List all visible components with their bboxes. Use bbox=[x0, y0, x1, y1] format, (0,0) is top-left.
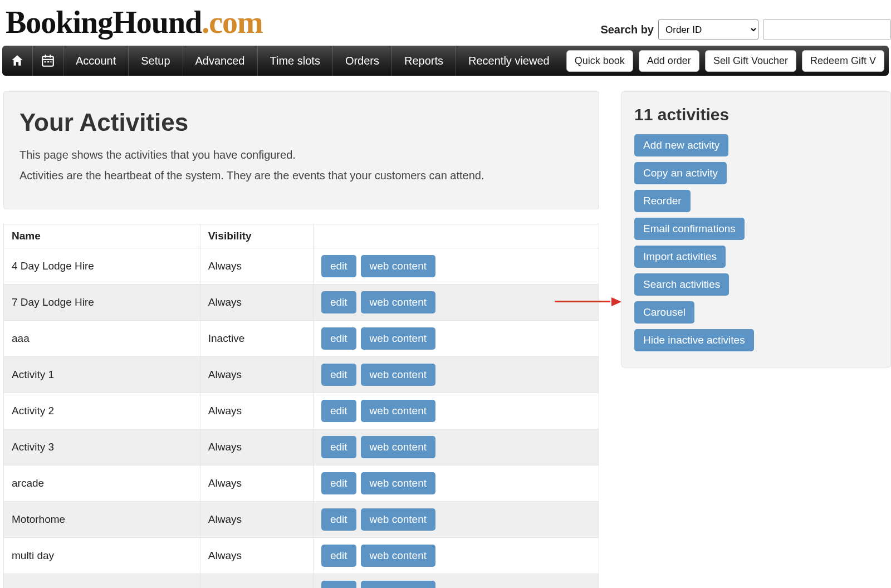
cell-visibility: Inactive bbox=[200, 321, 313, 357]
web-content-button[interactable]: web content bbox=[361, 255, 435, 277]
carousel-button[interactable]: Carousel bbox=[634, 301, 694, 324]
web-content-button[interactable]: web content bbox=[361, 327, 435, 350]
hide-inactive-button[interactable]: Hide inactive activites bbox=[634, 329, 754, 351]
search-bar: Search by Order ID bbox=[600, 19, 891, 40]
cell-actions: editweb content bbox=[313, 502, 599, 538]
cell-visibility: Always bbox=[200, 538, 313, 574]
search-input[interactable] bbox=[763, 19, 891, 40]
table-row: Activity 2Alwayseditweb content bbox=[4, 393, 599, 429]
cell-actions: editweb content bbox=[313, 248, 599, 285]
page-desc-2: Activities are the heartbeat of the syst… bbox=[19, 169, 583, 182]
edit-button[interactable]: edit bbox=[321, 436, 356, 458]
edit-button[interactable]: edit bbox=[321, 400, 356, 422]
cell-visibility: Inactive bbox=[200, 574, 313, 589]
edit-button[interactable]: edit bbox=[321, 255, 356, 277]
web-content-button[interactable]: web content bbox=[361, 508, 435, 531]
table-row: MotorhomeAlwayseditweb content bbox=[4, 502, 599, 538]
search-label: Search by bbox=[600, 23, 654, 36]
col-visibility: Visibility bbox=[200, 224, 313, 248]
svg-rect-0 bbox=[42, 56, 53, 66]
search-by-select[interactable]: Order ID bbox=[658, 19, 758, 40]
logo-brand: BookingHound bbox=[6, 5, 202, 40]
activities-panel: Your Activities This page shows the acti… bbox=[3, 91, 599, 209]
table-row: Activity 1Alwayseditweb content bbox=[4, 357, 599, 393]
svg-rect-3 bbox=[50, 55, 51, 57]
nav-orders[interactable]: Orders bbox=[333, 46, 392, 76]
add-order-button[interactable]: Add order bbox=[639, 50, 699, 72]
sidebar-title: 11 activities bbox=[634, 105, 878, 124]
nav-account[interactable]: Account bbox=[63, 46, 129, 76]
cell-visibility: Always bbox=[200, 285, 313, 321]
edit-button[interactable]: edit bbox=[321, 291, 356, 313]
web-content-button[interactable]: web content bbox=[361, 436, 435, 458]
svg-rect-6 bbox=[50, 61, 51, 62]
redeem-gift-voucher-button[interactable]: Redeem Gift V bbox=[802, 50, 884, 72]
cell-actions: editweb content bbox=[313, 393, 599, 429]
cell-actions: editweb content bbox=[313, 357, 599, 393]
nav-advanced[interactable]: Advanced bbox=[183, 46, 258, 76]
copy-activity-button[interactable]: Copy an activity bbox=[634, 162, 727, 184]
main-nav: Account Setup Advanced Time slots Orders… bbox=[2, 46, 889, 76]
cell-name: Motorhome bbox=[4, 502, 200, 538]
edit-button[interactable]: edit bbox=[321, 327, 356, 350]
table-row: aaaInactiveeditweb content bbox=[4, 321, 599, 357]
nav-setup[interactable]: Setup bbox=[129, 46, 183, 76]
cell-actions: editweb content bbox=[313, 574, 599, 589]
nav-recently-viewed[interactable]: Recently viewed bbox=[456, 46, 562, 76]
search-activities-button[interactable]: Search activities bbox=[634, 273, 729, 296]
cell-visibility: Always bbox=[200, 502, 313, 538]
quick-book-button[interactable]: Quick book bbox=[566, 50, 633, 72]
table-row: multi dayAlwayseditweb content bbox=[4, 538, 599, 574]
home-icon[interactable] bbox=[2, 46, 33, 76]
cell-actions: editweb content bbox=[313, 429, 599, 465]
add-new-activity-button[interactable]: Add new activity bbox=[634, 134, 728, 156]
logo: BookingHound.com bbox=[6, 4, 263, 40]
calendar-icon[interactable] bbox=[33, 46, 63, 76]
cell-name: multi day bbox=[4, 538, 200, 574]
edit-button[interactable]: edit bbox=[321, 472, 356, 494]
cell-actions: editweb content bbox=[313, 465, 599, 502]
table-row: arcadeAlwayseditweb content bbox=[4, 465, 599, 502]
edit-button[interactable]: edit bbox=[321, 364, 356, 386]
page-title: Your Activities bbox=[19, 109, 583, 136]
sell-gift-voucher-button[interactable]: Sell Gift Voucher bbox=[705, 50, 796, 72]
cell-actions: editweb content bbox=[313, 285, 599, 321]
cell-name: Activity 1 bbox=[4, 357, 200, 393]
cell-visibility: Always bbox=[200, 429, 313, 465]
web-content-button[interactable]: web content bbox=[361, 400, 435, 422]
edit-button[interactable]: edit bbox=[321, 545, 356, 567]
cell-name: 4 Day Lodge Hire bbox=[4, 248, 200, 285]
cell-name: 7 Day Lodge Hire bbox=[4, 285, 200, 321]
activities-table: Name Visibility 4 Day Lodge HireAlwaysed… bbox=[3, 224, 599, 588]
cell-name: multi day2 bbox=[4, 574, 200, 589]
web-content-button[interactable]: web content bbox=[361, 364, 435, 386]
col-name: Name bbox=[4, 224, 200, 248]
table-row: Activity 3Alwayseditweb content bbox=[4, 429, 599, 465]
cell-visibility: Always bbox=[200, 248, 313, 285]
svg-rect-4 bbox=[45, 61, 46, 62]
reorder-button[interactable]: Reorder bbox=[634, 190, 691, 212]
nav-time-slots[interactable]: Time slots bbox=[258, 46, 333, 76]
cell-visibility: Always bbox=[200, 357, 313, 393]
web-content-button[interactable]: web content bbox=[361, 472, 435, 494]
cell-actions: editweb content bbox=[313, 321, 599, 357]
svg-rect-2 bbox=[45, 55, 46, 57]
table-row: 4 Day Lodge HireAlwayseditweb content bbox=[4, 248, 599, 285]
sidebar-panel: 11 activities Add new activityCopy an ac… bbox=[621, 91, 891, 367]
table-row: 7 Day Lodge HireAlwayseditweb content bbox=[4, 285, 599, 321]
nav-reports[interactable]: Reports bbox=[392, 46, 456, 76]
page-desc-1: This page shows the activities that you … bbox=[19, 149, 583, 161]
web-content-button[interactable]: web content bbox=[361, 581, 435, 588]
web-content-button[interactable]: web content bbox=[361, 291, 435, 313]
cell-visibility: Always bbox=[200, 393, 313, 429]
cell-name: Activity 3 bbox=[4, 429, 200, 465]
edit-button[interactable]: edit bbox=[321, 508, 356, 531]
email-confirmations-button[interactable]: Email confirmations bbox=[634, 218, 745, 240]
cell-name: Activity 2 bbox=[4, 393, 200, 429]
web-content-button[interactable]: web content bbox=[361, 545, 435, 567]
col-actions bbox=[313, 224, 599, 248]
import-activities-button[interactable]: Import activities bbox=[634, 246, 726, 268]
cell-actions: editweb content bbox=[313, 538, 599, 574]
logo-suffix: .com bbox=[202, 5, 263, 40]
edit-button[interactable]: edit bbox=[321, 581, 356, 588]
